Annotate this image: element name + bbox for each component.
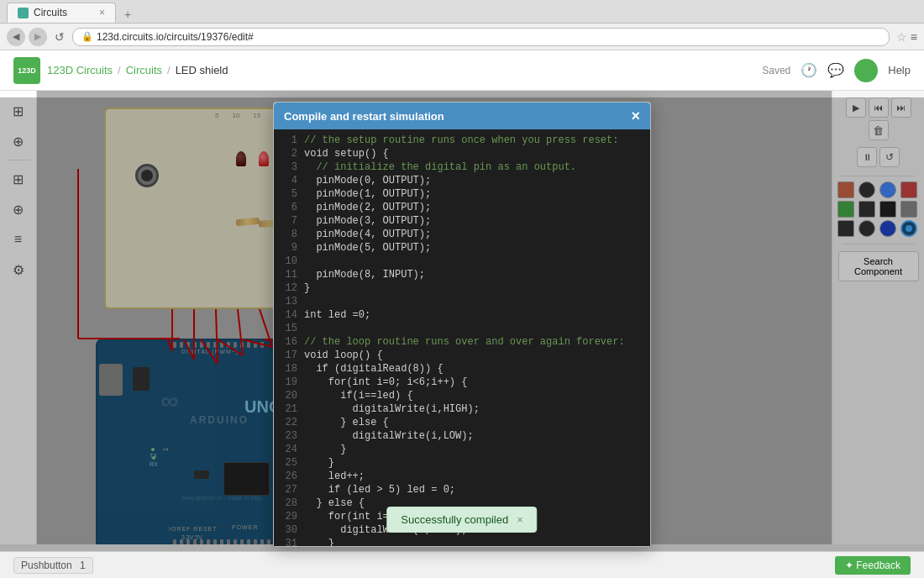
user-avatar[interactable] bbox=[854, 59, 878, 82]
toast-close-btn[interactable]: × bbox=[517, 513, 523, 526]
breadcrumb-home[interactable]: 123D Circuits bbox=[47, 64, 113, 76]
line-text: } bbox=[304, 444, 346, 457]
line-number: 14 bbox=[281, 309, 297, 323]
bottom-bar: Pushbutton 1 ✦ Feedback bbox=[0, 551, 924, 578]
line-number: 29 bbox=[281, 511, 297, 524]
line-number: 20 bbox=[281, 390, 297, 403]
line-text: } bbox=[304, 457, 334, 470]
line-text: void loop() { bbox=[304, 349, 383, 363]
line-number: 24 bbox=[281, 444, 297, 457]
bookmark-icon[interactable]: ☆ bbox=[896, 30, 907, 44]
line-text: pinMode(4, OUTPUT); bbox=[304, 229, 431, 242]
code-line: 1// the setup routine runs once when you… bbox=[281, 134, 643, 148]
code-line: 5 pinMode(1, OUTPUT); bbox=[281, 188, 643, 202]
browser-tab[interactable]: Circuits × bbox=[7, 3, 116, 23]
nav-refresh-btn[interactable]: ↺ bbox=[50, 28, 69, 46]
browser-tab-bar: Circuits × + bbox=[0, 0, 924, 24]
code-line: 21 digitalWrite(i,HIGH); bbox=[281, 403, 643, 417]
help-link[interactable]: Help bbox=[888, 64, 911, 76]
line-number: 5 bbox=[281, 188, 297, 202]
line-number: 30 bbox=[281, 524, 297, 538]
code-line: 20 if(i==led) { bbox=[281, 390, 643, 403]
line-number: 27 bbox=[281, 484, 297, 497]
code-line: 19 for(int i=0; i<6;i++) { bbox=[281, 376, 643, 390]
code-line: 15 bbox=[281, 323, 643, 336]
code-line: 8 pinMode(4, OUTPUT); bbox=[281, 229, 643, 242]
address-bar-wrapper: 🔒 bbox=[72, 28, 890, 46]
line-text: digitalWrite(i,HIGH); bbox=[304, 403, 480, 417]
line-number: 15 bbox=[281, 323, 297, 336]
tab-close-icon[interactable]: × bbox=[99, 7, 105, 18]
code-line: 25 } bbox=[281, 457, 643, 470]
feedback-btn[interactable]: ✦ Feedback bbox=[835, 556, 911, 575]
breadcrumb-current: LED shield bbox=[176, 64, 228, 76]
line-text: pinMode(2, OUTPUT); bbox=[304, 202, 431, 215]
code-editor[interactable]: 1// the setup routine runs once when you… bbox=[274, 129, 650, 546]
line-text: pinMode(3, OUTPUT); bbox=[304, 215, 431, 229]
address-bar[interactable] bbox=[97, 31, 880, 43]
breadcrumb-circuits[interactable]: Circuits bbox=[126, 64, 162, 76]
modal-close-btn[interactable]: × bbox=[631, 108, 640, 123]
line-number: 3 bbox=[281, 161, 297, 175]
line-number: 16 bbox=[281, 336, 297, 349]
line-number: 8 bbox=[281, 229, 297, 242]
code-line: 26 led++; bbox=[281, 470, 643, 484]
line-text: led++; bbox=[304, 470, 365, 484]
code-line: 7 pinMode(3, OUTPUT); bbox=[281, 215, 643, 229]
line-text: pinMode(1, OUTPUT); bbox=[304, 188, 431, 202]
line-text: pinMode(5, OUTPUT); bbox=[304, 242, 431, 255]
line-number: 21 bbox=[281, 403, 297, 417]
line-text: } bbox=[304, 282, 310, 296]
header-clock-icon[interactable]: 🕐 bbox=[801, 62, 817, 78]
tab-title: Circuits bbox=[34, 7, 94, 18]
line-text: if (led > 5) led = 0; bbox=[304, 484, 455, 497]
code-line: 9 pinMode(5, OUTPUT); bbox=[281, 242, 643, 255]
breadcrumb-sep1: / bbox=[118, 64, 121, 76]
component-tag: Pushbutton 1 bbox=[13, 557, 93, 574]
line-number: 26 bbox=[281, 470, 297, 484]
new-tab-btn[interactable]: + bbox=[118, 6, 138, 23]
browser-nav-bar: ◀ ▶ ↺ 🔒 ☆ ≡ bbox=[0, 24, 924, 50]
header-right: Saved 🕐 💬 Help bbox=[762, 59, 911, 82]
code-line: 23 digitalWrite(i,LOW); bbox=[281, 430, 643, 444]
line-text: // the setup routine runs once when you … bbox=[304, 134, 618, 148]
code-modal: Compile and restart simulation × 1// the… bbox=[273, 102, 651, 547]
line-number: 23 bbox=[281, 430, 297, 444]
line-text: } bbox=[304, 538, 334, 546]
line-text: int led =0; bbox=[304, 309, 370, 323]
line-number: 11 bbox=[281, 269, 297, 282]
app-header: 123D 123D Circuits / Circuits / LED shie… bbox=[0, 50, 924, 91]
code-line: 24 } bbox=[281, 444, 643, 457]
line-number: 19 bbox=[281, 376, 297, 390]
line-text: pinMode(8, INPUT); bbox=[304, 269, 425, 282]
line-number: 22 bbox=[281, 417, 297, 430]
line-number: 1 bbox=[281, 134, 297, 148]
modal-overlay: Compile and restart simulation × 1// the… bbox=[0, 97, 924, 551]
nav-forward-btn[interactable]: ▶ bbox=[29, 28, 47, 46]
line-number: 4 bbox=[281, 175, 297, 188]
code-line: 3 // initialize the digital pin as an ou… bbox=[281, 161, 643, 175]
code-line: 6 pinMode(2, OUTPUT); bbox=[281, 202, 643, 215]
component-label: Pushbutton bbox=[21, 560, 72, 571]
app-logo: 123D bbox=[13, 57, 40, 84]
success-toast: Successfully compiled × bbox=[386, 507, 537, 533]
line-text: if (digitalRead(8)) { bbox=[304, 363, 444, 376]
code-line: 18 if (digitalRead(8)) { bbox=[281, 363, 643, 376]
line-text: void setup() { bbox=[304, 148, 389, 161]
nav-back-btn[interactable]: ◀ bbox=[7, 28, 25, 46]
line-number: 7 bbox=[281, 215, 297, 229]
code-line: 2void setup() { bbox=[281, 148, 643, 161]
line-number: 2 bbox=[281, 148, 297, 161]
lock-icon: 🔒 bbox=[81, 31, 93, 42]
line-number: 9 bbox=[281, 242, 297, 255]
line-number: 28 bbox=[281, 497, 297, 511]
line-number: 17 bbox=[281, 349, 297, 363]
line-number: 25 bbox=[281, 457, 297, 470]
code-line: 17void loop() { bbox=[281, 349, 643, 363]
modal-title: Compile and restart simulation bbox=[284, 110, 444, 123]
code-line: 12} bbox=[281, 282, 643, 296]
header-chat-icon[interactable]: 💬 bbox=[827, 62, 844, 78]
menu-icon[interactable]: ≡ bbox=[911, 30, 917, 44]
breadcrumb: 123D Circuits / Circuits / LED shield bbox=[47, 64, 228, 76]
breadcrumb-sep2: / bbox=[167, 64, 171, 76]
